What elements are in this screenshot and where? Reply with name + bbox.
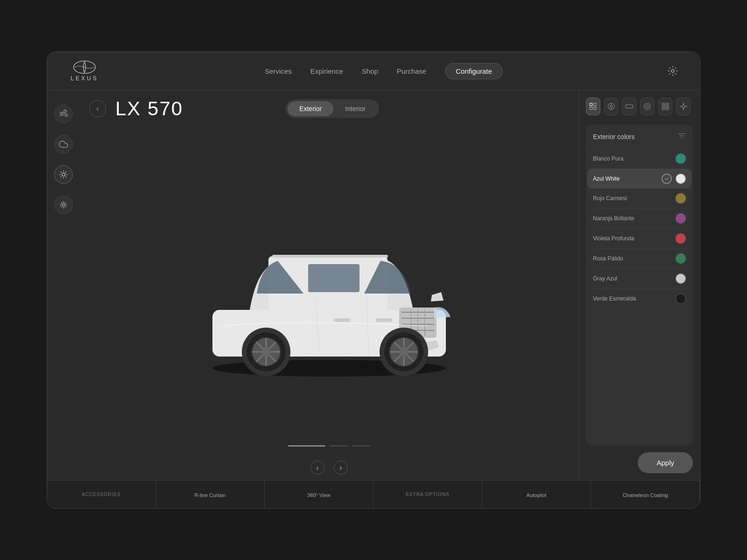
logo-text: LEXUS <box>70 75 98 82</box>
right-panel: Exterior colors Blanco Pura Azul White <box>578 91 700 480</box>
car-title: LX 570 <box>115 98 183 120</box>
nav-expirience[interactable]: Expirience <box>310 67 343 75</box>
color-swatch-rojo-carmesi <box>676 193 686 203</box>
color-swatch-verde-esmeralda <box>676 294 686 304</box>
nav-menu: Services Expirience Shop Purchase Config… <box>265 63 503 79</box>
car-view: ‹ LX 570 Exterior Interior <box>80 91 578 480</box>
sparkle-icon[interactable] <box>676 98 691 115</box>
interior-toggle[interactable]: Interior <box>333 101 377 116</box>
car-illustration <box>175 203 483 380</box>
color-naranja-brillante[interactable]: Naranja Brillante <box>593 209 686 229</box>
exterior-view-icon[interactable] <box>586 98 600 115</box>
bottom-bar: Accessories R-line Curtain 360° View Ext… <box>47 480 700 508</box>
sun-icon[interactable] <box>54 165 73 184</box>
app-window: LEXUS Services Expirience Shop Purchase … <box>47 51 700 509</box>
car-image-container <box>80 127 578 455</box>
colors-title: Exterior colors <box>593 133 634 140</box>
color-rosa-palido[interactable]: Rosa Pálido <box>593 249 686 269</box>
extra-options-label: Extra Options <box>406 492 450 497</box>
header-right <box>664 63 681 79</box>
exterior-toggle[interactable]: Exterior <box>288 101 333 116</box>
autopilot-item: Autopilot <box>527 492 547 498</box>
svg-point-48 <box>646 105 648 108</box>
back-button[interactable]: ‹ <box>89 100 106 117</box>
nav-services[interactable]: Services <box>265 67 292 75</box>
selected-indicator <box>662 174 686 184</box>
color-swatch-blanco-pura <box>676 154 686 164</box>
chameleon-section[interactable]: Chameleon Coating <box>591 481 700 508</box>
color-swatch-gray-azul <box>676 273 686 284</box>
svg-point-1 <box>671 70 674 72</box>
check-circle <box>662 174 672 184</box>
headlight-icon[interactable] <box>54 196 73 214</box>
extra-options-section: Extra Options <box>374 481 482 508</box>
header: LEXUS Services Expirience Shop Purchase … <box>47 52 700 91</box>
autopilot-section[interactable]: Autopilot <box>482 481 591 508</box>
svg-point-2 <box>62 173 65 176</box>
svg-point-32 <box>261 347 271 357</box>
chameleon-item: Chameleon Coating <box>622 492 668 498</box>
r-line-section[interactable]: R-line Curtain <box>156 481 265 508</box>
color-swatch-azul-white <box>676 174 686 184</box>
colors-panel: Exterior colors Blanco Pura Azul White <box>586 125 693 445</box>
svg-rect-39 <box>594 103 596 105</box>
svg-rect-40 <box>590 107 592 110</box>
color-swatch-naranja-brillante <box>676 213 686 224</box>
progress-bar <box>288 445 370 447</box>
carousel-nav: ‹ › <box>80 455 578 480</box>
r-line-item: R-line Curtain <box>194 492 226 498</box>
svg-point-3 <box>63 204 65 206</box>
car-header: ‹ LX 570 Exterior Interior <box>80 91 578 127</box>
svg-rect-35 <box>334 318 350 322</box>
color-verde-esmeralda[interactable]: Verde Esmeralda <box>593 289 686 308</box>
view-icons-row <box>586 98 693 115</box>
svg-rect-51 <box>662 108 669 110</box>
color-swatch-violeta-profunda <box>676 233 686 244</box>
svg-rect-50 <box>662 106 669 107</box>
360-section[interactable]: 360° View <box>265 481 374 508</box>
svg-rect-37 <box>272 255 388 258</box>
360-item: 360° View <box>307 492 330 498</box>
side-view-icon[interactable] <box>622 98 636 115</box>
main-content: ‹ LX 570 Exterior Interior <box>47 91 700 480</box>
filter-icon[interactable] <box>677 132 686 142</box>
color-azul-white[interactable]: Azul White <box>587 169 691 189</box>
view-toggle: Exterior Interior <box>286 99 379 118</box>
apply-button[interactable]: Apply <box>638 452 693 473</box>
accessories-label: Accessories <box>82 492 120 497</box>
svg-rect-7 <box>308 264 359 292</box>
accessories-section: Accessories <box>47 481 156 508</box>
color-swatch-rosa-palido <box>676 253 686 264</box>
grid-view-icon[interactable] <box>658 98 673 115</box>
colors-header: Exterior colors <box>593 132 686 142</box>
svg-point-47 <box>644 103 651 110</box>
svg-rect-46 <box>626 105 633 108</box>
svg-rect-36 <box>376 318 392 322</box>
svg-point-24 <box>399 347 409 357</box>
cloud-icon[interactable] <box>54 135 73 154</box>
color-rojo-carmesi[interactable]: Rojo Carmesi <box>593 189 686 209</box>
nav-purchase[interactable]: Purchase <box>397 67 426 75</box>
settings-icon[interactable] <box>664 63 681 79</box>
wind-icon[interactable] <box>54 105 73 123</box>
color-violeta-profunda[interactable]: Violeta Profunda <box>593 229 686 249</box>
nav-configurate[interactable]: Configurate <box>445 63 503 79</box>
color-blanco-pura[interactable]: Blanco Pura <box>593 149 686 169</box>
interior-view-icon[interactable] <box>640 98 655 115</box>
svg-rect-41 <box>594 107 596 110</box>
logo: LEXUS <box>66 60 103 82</box>
left-sidebar <box>47 91 80 480</box>
svg-rect-49 <box>662 103 669 105</box>
svg-point-43 <box>610 105 613 108</box>
wheel-view-icon[interactable] <box>604 98 619 115</box>
prev-arrow[interactable]: ‹ <box>310 461 324 475</box>
next-arrow[interactable]: › <box>334 461 348 475</box>
nav-shop[interactable]: Shop <box>362 67 378 75</box>
svg-rect-38 <box>590 103 592 105</box>
color-gray-azul[interactable]: Gray Azul <box>593 269 686 289</box>
